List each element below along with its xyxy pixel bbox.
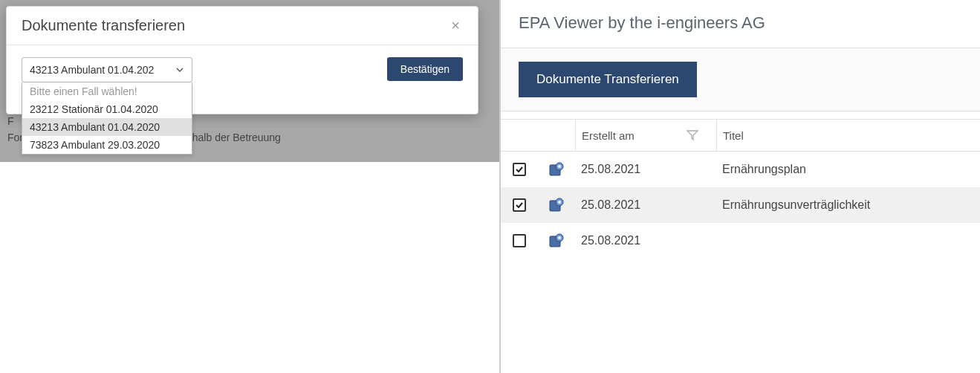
row-icon-cell [538, 233, 575, 248]
checkmark-icon [515, 201, 524, 210]
chevron-down-icon [175, 65, 184, 74]
toolbar: Dokumente Transferieren [501, 48, 980, 111]
dropdown-option[interactable]: 23212 Stationär 01.04.2020 [22, 100, 192, 118]
dropdown-option[interactable]: 43213 Ambulant 01.04.2020 [22, 118, 192, 136]
row-date: 25.08.2021 [575, 234, 716, 247]
dropdown-placeholder: Bitte einen Fall wählen! [22, 82, 192, 100]
document-icon [548, 198, 565, 213]
row-checkbox-cell [501, 234, 538, 247]
row-date: 25.08.2021 [575, 198, 716, 212]
viewer-title: EPA Viewer by the i-engineers AG [501, 0, 980, 48]
row-checkbox[interactable] [513, 163, 526, 176]
svg-point-2 [558, 165, 561, 168]
case-dropdown: Bitte einen Fall wählen! 23212 Stationär… [22, 82, 192, 155]
table-header: Erstellt am Titel [501, 119, 980, 152]
case-select[interactable]: 43213 Ambulant 01.04.202 [22, 57, 192, 82]
documents-table: Erstellt am Titel 25.08.2021Ernährungspl… [501, 119, 980, 259]
modal-header: Dokumente transferieren × [7, 7, 478, 45]
table-row[interactable]: 25.08.2021Ernährungsunverträglichkeit [501, 187, 980, 223]
close-button[interactable]: × [448, 17, 463, 34]
left-panel-backdrop: F For halb der Betreuung Dokumente trans… [0, 0, 499, 162]
row-checkbox[interactable] [513, 234, 526, 247]
row-checkbox[interactable] [513, 198, 526, 212]
row-icon-cell [538, 162, 575, 177]
svg-point-8 [558, 236, 561, 239]
svg-point-5 [558, 201, 561, 204]
row-date: 25.08.2021 [575, 163, 716, 176]
row-icon-cell [538, 198, 575, 213]
viewer-panel: EPA Viewer by the i-engineers AG Dokumen… [499, 0, 980, 373]
document-icon [548, 233, 565, 248]
confirm-button[interactable]: Bestätigen [387, 57, 463, 81]
modal-title: Dokumente transferieren [22, 17, 185, 34]
row-checkbox-cell [501, 163, 538, 176]
row-title: Ernährungsplan [716, 163, 980, 176]
row-checkbox-cell [501, 198, 538, 212]
close-icon: × [451, 17, 460, 33]
select-value: 43213 Ambulant 01.04.202 [30, 64, 154, 76]
checkmark-icon [515, 165, 524, 174]
row-title: Ernährungsunverträglichkeit [716, 198, 980, 212]
col-created-header[interactable]: Erstellt am [575, 120, 716, 151]
modal-body: 43213 Ambulant 01.04.202 Bitte einen Fal… [7, 45, 478, 94]
case-select-wrapper: 43213 Ambulant 01.04.202 Bitte einen Fal… [22, 57, 192, 82]
col-title-header[interactable]: Titel [716, 120, 980, 151]
transfer-documents-button[interactable]: Dokumente Transferieren [519, 62, 697, 97]
table-row[interactable]: 25.08.2021Ernährungsplan [501, 152, 980, 187]
dropdown-option[interactable]: 73823 Ambulant 29.03.2020 [22, 136, 192, 154]
table-row[interactable]: 25.08.2021 [501, 223, 980, 259]
transfer-modal: Dokumente transferieren × 43213 Ambulant… [6, 6, 478, 114]
filter-icon[interactable] [687, 129, 698, 141]
document-icon [548, 162, 565, 177]
